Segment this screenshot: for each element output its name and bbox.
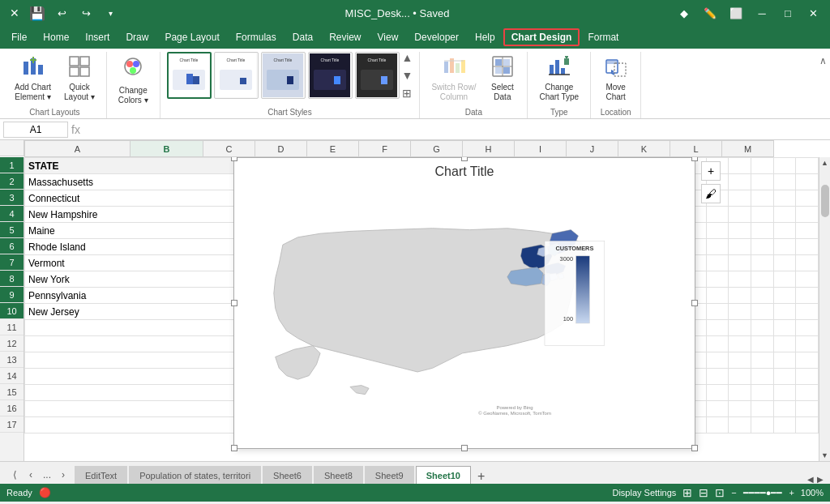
col-header-c[interactable]: C <box>203 141 255 157</box>
collapse-ribbon-button[interactable]: ∧ <box>819 55 827 66</box>
cell-k17[interactable] <box>751 417 774 434</box>
cell-l3[interactable] <box>773 190 796 207</box>
cell-m14[interactable] <box>796 369 819 385</box>
cell-m11[interactable] <box>796 320 819 336</box>
menu-review[interactable]: Review <box>321 28 369 46</box>
row-header-6[interactable]: 6 <box>0 238 24 254</box>
cell-i15[interactable] <box>706 385 729 401</box>
cell-m6[interactable] <box>796 239 819 255</box>
cell-m1[interactable] <box>796 158 819 174</box>
cell-i4[interactable] <box>706 207 729 223</box>
cell-l2[interactable] <box>773 174 796 190</box>
cell-l10[interactable] <box>773 304 796 320</box>
cell-k5[interactable] <box>751 223 774 239</box>
col-header-d[interactable]: D <box>255 141 307 157</box>
cell-j15[interactable] <box>729 385 751 401</box>
row-header-16[interactable]: 16 <box>0 400 24 416</box>
display-icon[interactable]: ⬜ <box>726 3 746 23</box>
cell-i14[interactable] <box>706 369 729 385</box>
cell-j2[interactable] <box>729 174 751 190</box>
cell-j4[interactable] <box>729 207 751 223</box>
sheet-tab-sheet6[interactable]: Sheet6 <box>263 466 312 484</box>
name-box-input[interactable] <box>3 122 68 138</box>
cell-m10[interactable] <box>796 304 819 320</box>
scroll-more-icon[interactable]: ⊞ <box>402 88 413 99</box>
cell-k7[interactable] <box>751 255 774 271</box>
view-normal-button[interactable]: ⊞ <box>682 486 692 499</box>
move-chart-button[interactable]: MoveChart <box>597 52 634 105</box>
cell-k15[interactable] <box>751 385 774 401</box>
menu-help[interactable]: Help <box>467 28 503 46</box>
cell-l8[interactable] <box>773 271 796 288</box>
cell-j3[interactable] <box>729 190 751 207</box>
cell-m13[interactable] <box>796 352 819 369</box>
cell-l9[interactable] <box>773 288 796 304</box>
diamond-icon[interactable]: ◆ <box>674 3 694 23</box>
cell-i7[interactable] <box>706 255 729 271</box>
cell-j9[interactable] <box>729 288 751 304</box>
row-header-17[interactable]: 17 <box>0 416 24 433</box>
cell-m12[interactable] <box>796 336 819 352</box>
cell-m15[interactable] <box>796 385 819 401</box>
cell-i6[interactable] <box>706 239 729 255</box>
formula-input[interactable] <box>83 122 827 137</box>
row-header-10[interactable]: 10 <box>0 303 24 319</box>
cell-i13[interactable] <box>706 352 729 369</box>
col-header-j[interactable]: J <box>567 141 618 157</box>
undo-icon[interactable]: ↩ <box>52 3 71 23</box>
menu-draw[interactable]: Draw <box>118 28 156 46</box>
sheet-tab-sheet9[interactable]: Sheet9 <box>365 466 414 484</box>
col-header-a[interactable]: A <box>25 141 130 157</box>
cell-m5[interactable] <box>796 223 819 239</box>
col-header-g[interactable]: G <box>411 141 463 157</box>
scroll-down-icon[interactable]: ▼ <box>402 70 413 81</box>
cell-i5[interactable] <box>706 223 729 239</box>
col-header-i[interactable]: I <box>515 141 567 157</box>
cell-m16[interactable] <box>796 401 819 417</box>
chart-brush-button[interactable]: 🖌 <box>701 184 721 203</box>
chart-add-element-button[interactable]: + <box>701 161 721 181</box>
cell-k11[interactable] <box>751 320 774 336</box>
row-header-11[interactable]: 11 <box>0 319 24 335</box>
cell-l15[interactable] <box>773 385 796 401</box>
row-header-8[interactable]: 8 <box>0 271 24 287</box>
cell-m9[interactable] <box>796 288 819 304</box>
cell-m4[interactable] <box>796 207 819 223</box>
change-colors-button[interactable]: ChangeColors ▾ <box>113 52 153 109</box>
cell-k2[interactable] <box>751 174 774 190</box>
chart-style-3[interactable]: Chart Title <box>261 52 306 99</box>
row-header-3[interactable]: 3 <box>0 190 24 206</box>
scrollbar-thumb[interactable] <box>821 185 829 217</box>
zoom-decrease-button[interactable]: − <box>731 488 736 498</box>
sheet-last-button[interactable]: › <box>55 466 71 484</box>
cell-k16[interactable] <box>751 401 774 417</box>
sheet-scroll-right-button[interactable]: ▶ <box>817 475 824 484</box>
cell-k10[interactable] <box>751 304 774 320</box>
col-header-m[interactable]: M <box>722 141 774 157</box>
quick-layout-button[interactable]: QuickLayout ▾ <box>59 52 100 105</box>
cell-i12[interactable] <box>706 336 729 352</box>
restore-icon[interactable]: □ <box>778 3 798 23</box>
minimize-icon[interactable]: ─ <box>752 3 772 23</box>
cell-j11[interactable] <box>729 320 751 336</box>
row-header-4[interactable]: 4 <box>0 206 24 222</box>
row-header-12[interactable]: 12 <box>0 335 24 352</box>
chart-container[interactable]: + 🖌 Chart Title <box>233 157 695 449</box>
row-header-2[interactable]: 2 <box>0 173 24 190</box>
more-commands-icon[interactable]: ▾ <box>101 3 120 23</box>
cell-l17[interactable] <box>773 417 796 434</box>
menu-developer[interactable]: Developer <box>406 28 467 46</box>
sheet-scroll-left-button[interactable]: ◀ <box>807 475 814 484</box>
cell-i11[interactable] <box>706 320 729 336</box>
scroll-up-icon[interactable]: ▲ <box>402 52 413 63</box>
cell-l12[interactable] <box>773 336 796 352</box>
add-chart-element-button[interactable]: Add ChartElement ▾ <box>10 52 56 105</box>
menu-insert[interactable]: Insert <box>77 28 118 46</box>
cell-m2[interactable] <box>796 174 819 190</box>
cell-j16[interactable] <box>729 401 751 417</box>
cell-k3[interactable] <box>751 190 774 207</box>
row-header-7[interactable]: 7 <box>0 254 24 271</box>
cell-i16[interactable] <box>706 401 729 417</box>
row-header-5[interactable]: 5 <box>0 222 24 238</box>
cell-j7[interactable] <box>729 255 751 271</box>
